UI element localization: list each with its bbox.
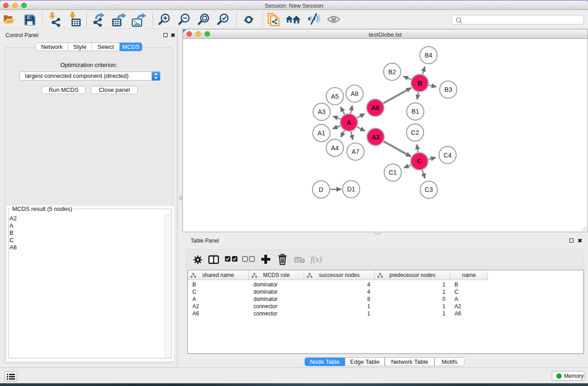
svg-text:B: B <box>417 80 422 87</box>
svg-text:A2: A2 <box>371 133 380 141</box>
svg-text:C2: C2 <box>411 129 419 136</box>
svg-text:A8: A8 <box>351 90 359 97</box>
svg-text:A: A <box>347 119 352 126</box>
svg-text:C: C <box>417 157 422 165</box>
svg-text:B4: B4 <box>425 52 432 59</box>
svg-text:A4: A4 <box>331 144 339 152</box>
svg-text:C4: C4 <box>444 152 452 159</box>
svg-text:B3: B3 <box>445 86 452 93</box>
svg-text:B2: B2 <box>388 68 396 76</box>
svg-text:B1: B1 <box>411 108 419 115</box>
svg-text:A1: A1 <box>317 129 325 137</box>
svg-text:D1: D1 <box>347 186 355 193</box>
svg-text:A6: A6 <box>371 104 380 111</box>
svg-text:A7: A7 <box>352 148 359 155</box>
svg-text:A5: A5 <box>331 93 339 100</box>
svg-text:C1: C1 <box>389 169 397 176</box>
svg-text:D: D <box>319 186 323 193</box>
svg-text:A3: A3 <box>318 108 325 115</box>
svg-text:C3: C3 <box>425 186 433 193</box>
